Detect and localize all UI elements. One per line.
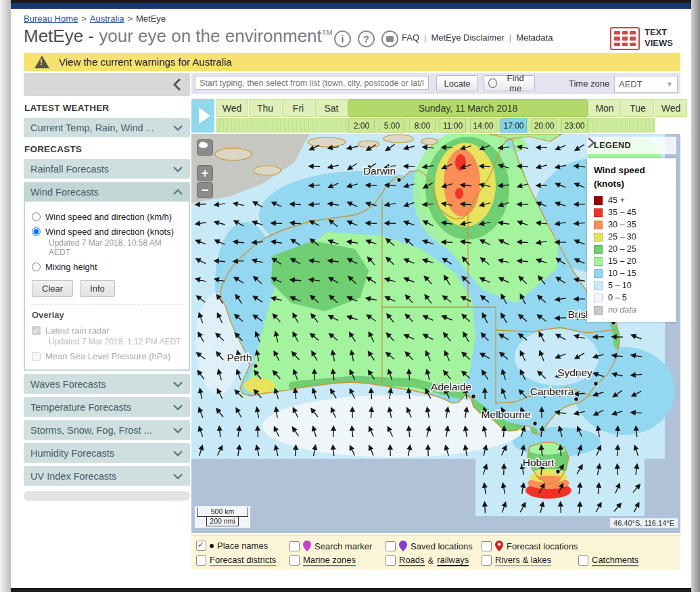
search-input[interactable] <box>195 76 429 90</box>
sidebar-item-wind-forecasts[interactable]: Wind Forecasts <box>24 182 190 202</box>
page-title: MetEye - your eye on the environmentTM <box>24 26 333 47</box>
time-slot-11-00[interactable]: 11:00 <box>440 118 466 133</box>
time-slot-8-00[interactable]: 8:00 <box>409 118 436 133</box>
header-link-metadata[interactable]: Metadata <box>516 32 553 43</box>
map-canvas[interactable]: DarwinPerthAdelaideBrisbaneSydneyCanberr… <box>191 134 680 533</box>
info-icon[interactable]: i <box>334 30 351 47</box>
scale-km: 500 km <box>197 507 248 517</box>
play-button[interactable] <box>191 99 214 133</box>
legend-item: 30 – 35 <box>594 219 670 231</box>
radio-option-0[interactable]: Wind speed and direction (km/h) <box>32 212 183 222</box>
radio-option-2[interactable]: Mixing height <box>32 262 183 272</box>
breadcrumb-bureau-home[interactable]: Bureau Home <box>24 14 78 24</box>
time-slot-20-00[interactable]: 20:00 <box>531 118 557 133</box>
time-slot-14-00[interactable]: 14:00 <box>470 118 496 133</box>
day-tabs: WedThuFriSatSunday, 11 March 2018MonTueW… <box>216 99 687 117</box>
day-tab-tue[interactable]: Tue <box>622 99 654 117</box>
checkbox[interactable] <box>482 541 492 551</box>
layer-toggle-rivers-lakes[interactable]: Rivers & lakes <box>482 555 551 566</box>
sidebar-item-rainfall-forecasts[interactable]: Rainfall Forecasts <box>24 159 190 179</box>
timezone-select[interactable]: AEDT▼ <box>614 76 678 93</box>
layer-toggle-forecast-locations[interactable]: Forecast locations <box>482 541 578 551</box>
city-label-canberra: Canberra <box>530 386 574 397</box>
window-scrollbar-edge[interactable] <box>691 0 700 592</box>
chevron-down-icon <box>172 124 183 131</box>
day-tab-fri[interactable]: Fri <box>282 99 314 117</box>
checkbox[interactable] <box>386 541 396 551</box>
radio-option-1[interactable]: Wind speed and direction (knots) <box>32 227 183 237</box>
header-link-faq[interactable]: FAQ <box>402 32 419 43</box>
radio-label: Wind speed and direction (km/h) <box>45 212 172 222</box>
layer-toggle-marine-zones[interactable]: Marine zones <box>289 555 356 566</box>
time-slot-2-00[interactable]: 2:00 <box>348 118 375 133</box>
layer-toggle-catchments[interactable]: Catchments <box>578 555 638 566</box>
day-tab-wed[interactable]: Wed <box>655 99 687 117</box>
checkbox[interactable] <box>289 541 300 551</box>
layer-toggle-search-marker[interactable]: Search marker <box>289 541 372 551</box>
legend-swatch <box>594 233 603 242</box>
cursor-coordinates: 46.40°S, 116.14°E <box>610 518 678 528</box>
day-tab-wed[interactable]: Wed <box>216 99 248 117</box>
overlay-checkbox-1[interactable] <box>32 352 41 361</box>
layer-label: railways <box>437 555 469 566</box>
sidebar-item-humidity-forecasts[interactable]: Humidity Forecasts <box>24 443 190 463</box>
sidebar-item-waves-forecasts[interactable]: Waves Forecasts <box>24 374 190 394</box>
warnings-banner[interactable]: View the current warnings for Australia <box>24 53 680 71</box>
reset-view-button[interactable] <box>197 139 213 156</box>
zoom-out-button[interactable]: − <box>197 182 213 198</box>
zoom-in-button[interactable]: + <box>197 165 213 181</box>
checkbox[interactable] <box>196 555 206 566</box>
checkbox[interactable] <box>578 555 588 566</box>
scale-nmi: 200 nmi <box>206 517 239 526</box>
checkbox[interactable] <box>482 555 492 566</box>
overlay-option-0[interactable]: Latest rain radar <box>32 325 183 336</box>
day-tab-sat[interactable]: Sat <box>315 99 348 117</box>
day-tab-mon[interactable]: Mon <box>588 99 621 117</box>
find-me-button[interactable]: Find me <box>484 75 535 91</box>
time-slot-5-00[interactable]: 5:00 <box>379 118 405 133</box>
day-tab-thu[interactable]: Thu <box>249 99 281 117</box>
overlay-checkbox-0[interactable] <box>32 326 41 335</box>
sidebar-item-current-temp-rain-wind[interactable]: Current Temp, Rain, Wind ... <box>24 118 190 137</box>
overlay-option-1[interactable]: Mean Sea Level Pressure (hPa) <box>32 351 183 361</box>
legend-swatch <box>594 306 603 315</box>
radio-1[interactable] <box>32 227 41 236</box>
city-dot-darwin <box>397 178 402 183</box>
time-slot-17-00[interactable]: 17:00 <box>500 118 527 133</box>
radio-0[interactable] <box>32 212 41 221</box>
day-tab-sunday-11-march-2018[interactable]: Sunday, 11 March 2018 <box>348 99 588 117</box>
city-dot-canberra <box>574 397 579 402</box>
layer-toggle-roads[interactable]: Roads & railways <box>386 555 469 566</box>
info-button[interactable]: Info <box>80 280 115 297</box>
breadcrumb-separator: > <box>81 14 87 24</box>
checkbox[interactable] <box>196 541 206 551</box>
text-views-button[interactable]: TEXTVIEWS <box>610 27 673 50</box>
help-icon[interactable]: ? <box>358 30 375 47</box>
feedback-icon[interactable] <box>381 30 398 47</box>
legend-header[interactable]: LEGEND <box>587 137 676 154</box>
radio-2[interactable] <box>32 263 41 271</box>
sidebar-item-storms-snow-fog-frost[interactable]: Storms, Snow, Fog, Frost ... <box>24 420 190 440</box>
clear-button[interactable]: Clear <box>32 280 73 297</box>
legend-item: 35 – 45 <box>594 206 670 219</box>
time-slider[interactable]: 2:005:008:0011:0014:0017:0020:0023:00 <box>216 118 655 133</box>
sidebar-item-temperature-forecasts[interactable]: Temperature Forecasts <box>24 397 190 417</box>
title-sub: your eye on the environment <box>99 26 322 46</box>
layer-toggle-saved-locations[interactable]: Saved locations <box>386 541 473 551</box>
layer-toggle-forecast-districts[interactable]: Forecast districts <box>196 555 276 566</box>
legend-item: 5 – 10 <box>594 279 670 292</box>
layer-toggle-place-names[interactable]: Place names <box>196 541 268 551</box>
header-link-meteye-disclaimer[interactable]: MetEye Disclaimer <box>431 32 504 43</box>
legend-item: 45 + <box>594 194 670 206</box>
breadcrumb-australia[interactable]: Australia <box>90 14 124 24</box>
sidebar-collapse-button[interactable] <box>24 73 190 96</box>
time-slot-23-00[interactable]: 23:00 <box>561 118 588 133</box>
checkbox[interactable] <box>386 555 396 566</box>
overlay-label: Latest rain radar <box>45 325 110 336</box>
checkbox[interactable] <box>289 555 300 566</box>
breadcrumb-current: MetEye <box>136 14 166 24</box>
timezone-label: Time zone <box>569 78 609 89</box>
sidebar-item-uv-index-forecasts[interactable]: UV Index Forecasts <box>24 466 190 486</box>
locate-button[interactable]: Locate <box>436 75 478 91</box>
breadcrumb: Bureau Home>Australia>MetEye <box>24 14 166 24</box>
